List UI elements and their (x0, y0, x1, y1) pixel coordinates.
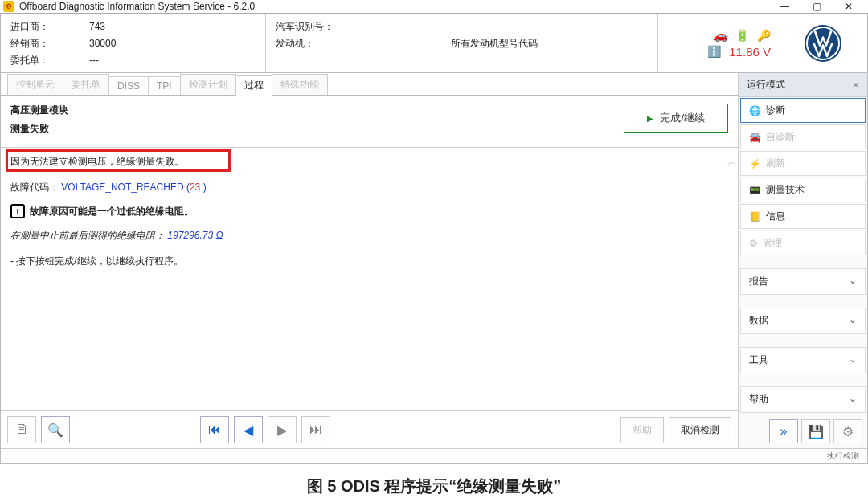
expand-right-button[interactable]: » (769, 419, 798, 443)
tab-special[interactable]: 特殊功能 (272, 74, 328, 95)
window-maximize[interactable]: ▢ (800, 1, 833, 12)
key-icon: 🔑 (757, 29, 771, 42)
header-col-mid: 汽车识别号： 发动机：所有发动机型号代码 (266, 14, 658, 72)
mode-header[interactable]: 运行模式 (739, 73, 867, 97)
content-footer: 🖹 🔍 ⏮ ◀ ▶ ⏭ 帮助 取消检测 (1, 410, 738, 448)
fault-code-close: ) (200, 182, 206, 193)
mode-self-diagnosis: 🚘自诊断 (740, 124, 866, 149)
main-row: 控制单元 委托单 DISS TPI 检测计划 过程 特殊功能 高压测量模块 测量… (1, 73, 867, 448)
tab-order[interactable]: 委托单 (63, 74, 109, 95)
fault-code-number: 23 (190, 182, 200, 193)
help-button[interactable]: 帮助 (620, 417, 664, 443)
info-box-icon: i (10, 204, 25, 218)
mode-admin: ⚙管理 (740, 231, 866, 255)
app-icon (3, 1, 14, 12)
right-panel: 运行模式 🌐诊断 🚘自诊断 ⚡刷新 📟测量技术 📒信息 ⚙管理 报告 数据 工具… (739, 73, 867, 448)
section-tools[interactable]: 工具 (740, 347, 866, 373)
tab-bar: 控制单元 委托单 DISS TPI 检测计划 过程 特殊功能 (1, 73, 738, 96)
header-col-left: 进口商：743 经销商：30000 委托单：--- (1, 14, 266, 72)
flash-icon: ⚡ (749, 158, 761, 169)
header-status: 🚗 🔋 🔑 ℹ️ 11.86 V (658, 14, 779, 72)
content-header: 高压测量模块 测量失败 完成/继续 (1, 96, 738, 148)
cancel-detection-button[interactable]: 取消检测 (669, 417, 731, 443)
nav-next-button[interactable]: ▶ (268, 416, 297, 443)
fault-reason: 故障原因可能是一个过低的绝缘电阻。 (30, 202, 194, 220)
importer-value: 743 (89, 19, 105, 34)
globe-icon: 🌐 (749, 105, 761, 116)
vw-logo-icon (803, 23, 843, 63)
order-value: --- (89, 53, 99, 67)
press-continue-text: - 按下按钮完成/继续，以继续执行程序。 (10, 252, 728, 270)
vin-label: 汽车识别号： (276, 19, 348, 34)
engine-label: 发动机： (276, 36, 348, 51)
mode-self-diagnosis-label: 自诊断 (766, 130, 795, 144)
insulation-fail-msg: 因为无法建立检测电压，绝缘测量失败。 (10, 153, 728, 170)
tab-tpi[interactable]: TPI (148, 76, 181, 95)
window-close[interactable]: ✕ (833, 1, 865, 12)
last-resistance-label: 在测量中止前最后测得的绝缘电阻： (10, 230, 165, 241)
figure-caption: 图 5 ODIS 程序提示“绝缘测量失败” (0, 464, 868, 502)
window-minimize[interactable]: — (768, 1, 800, 12)
window-title: Offboard Diagnostic Information System S… (19, 1, 255, 12)
tab-plan[interactable]: 检测计划 (180, 74, 236, 95)
right-bottom-bar: » 💾 ⚙ (739, 414, 867, 448)
settings-button[interactable]: ⚙ (833, 419, 862, 443)
section-data[interactable]: 数据 (740, 308, 866, 334)
module-title: 高压测量模块 (10, 104, 624, 117)
mode-admin-label: 管理 (763, 236, 782, 250)
content-body: ︿ 因为无法建立检测电压，绝缘测量失败。 故障代码： VOLTAGE_NOT_R… (1, 148, 738, 410)
mode-info[interactable]: 📒信息 (740, 204, 866, 229)
fault-code-label: 故障代码： (10, 182, 59, 193)
battery-icon: 🔋 (735, 29, 749, 42)
fault-code-text: VOLTAGE_NOT_REACHED ( (61, 182, 190, 193)
nav-prev-button[interactable]: ◀ (234, 416, 263, 443)
mode-flash-label: 刷新 (766, 157, 785, 170)
dealer-value: 30000 (89, 36, 116, 51)
brand-logo (779, 14, 867, 72)
mode-info-label: 信息 (766, 210, 785, 223)
info-header: 进口商：743 经销商：30000 委托单：--- 汽车识别号： 发动机：所有发… (1, 14, 867, 73)
car-icon: 🚗 (714, 29, 727, 42)
order-label: 委托单： (10, 53, 83, 67)
tab-process[interactable]: 过程 (235, 75, 272, 96)
mode-diagnosis[interactable]: 🌐诊断 (740, 98, 866, 123)
continue-button[interactable]: 完成/继续 (624, 104, 728, 133)
mode-diagnosis-label: 诊断 (766, 104, 785, 117)
section-help[interactable]: 帮助 (740, 386, 866, 413)
gauge-icon: 📟 (749, 185, 761, 196)
window-titlebar: Offboard Diagnostic Information System S… (0, 0, 868, 14)
nav-last-button[interactable]: ⏭ (301, 416, 330, 443)
zoom-button[interactable]: 🔍 (41, 416, 70, 443)
gear-icon: ⚙ (749, 238, 758, 249)
save-button[interactable]: 💾 (801, 419, 830, 443)
mode-flash: ⚡刷新 (740, 151, 866, 176)
app-shell: 进口商：743 经销商：30000 委托单：--- 汽车识别号： 发动机：所有发… (0, 14, 868, 464)
nav-first-button[interactable]: ⏮ (200, 416, 229, 443)
doc-button-1[interactable]: 🖹 (7, 416, 36, 443)
mode-measure-tech-label: 测量技术 (766, 183, 805, 197)
svg-point-0 (805, 25, 841, 62)
book-icon: 📒 (749, 211, 761, 222)
scroll-up-icon[interactable]: ︿ (727, 153, 736, 170)
last-resistance-value: 197296.73 Ω (167, 230, 223, 241)
section-report[interactable]: 报告 (740, 268, 866, 295)
car-self-icon: 🚘 (749, 132, 761, 143)
info-icon[interactable]: ℹ️ (707, 45, 721, 58)
tab-control-unit[interactable]: 控制单元 (7, 74, 63, 95)
importer-label: 进口商： (10, 19, 83, 34)
tab-diss[interactable]: DISS (108, 76, 149, 95)
dealer-label: 经销商： (10, 36, 83, 51)
status-bar: 执行检测 (1, 448, 867, 463)
voltage-value: 11.86 V (729, 45, 771, 59)
measure-fail-title: 测量失败 (10, 122, 624, 136)
engine-value: 所有发动机型号代码 (451, 36, 538, 51)
content-panel: 控制单元 委托单 DISS TPI 检测计划 过程 特殊功能 高压测量模块 测量… (1, 73, 739, 448)
mode-measure-tech[interactable]: 📟测量技术 (740, 178, 866, 202)
